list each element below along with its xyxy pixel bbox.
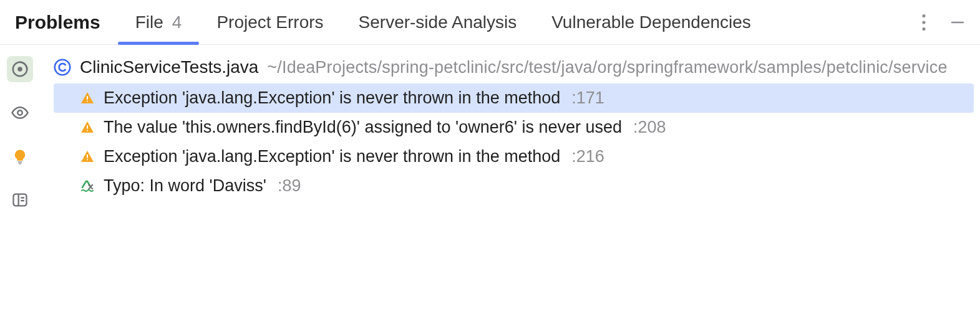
svg-rect-15 (87, 100, 88, 102)
issue-line: :216 (571, 147, 604, 166)
tab-server-analysis[interactable]: Server-side Analysis (341, 0, 535, 44)
problems-main: ClinicServiceTests.java ~/IdeaProjects/s… (0, 45, 980, 327)
tool-highlighting-eye[interactable] (7, 100, 33, 126)
tab-project-errors[interactable]: Project Errors (199, 0, 341, 44)
svg-point-5 (17, 67, 22, 72)
side-toolstrip (0, 45, 40, 327)
issue-row[interactable]: Typo: In word 'Daviss' :89 (54, 171, 974, 201)
target-icon (11, 60, 29, 78)
tool-intention-bulb[interactable] (7, 143, 33, 169)
tab-vulnerable-deps-label: Vulnerable Dependencies (551, 12, 751, 32)
svg-point-1 (922, 21, 925, 24)
tab-vulnerable-deps[interactable]: Vulnerable Dependencies (534, 0, 769, 44)
issue-row[interactable]: The value 'this.owners.findById(6)' assi… (54, 113, 974, 142)
issue-row[interactable]: Exception 'java.lang.Exception' is never… (54, 83, 974, 113)
eye-icon (11, 103, 29, 122)
warning-icon (80, 149, 95, 164)
issue-line: :89 (278, 176, 301, 196)
bulb-icon (11, 148, 29, 165)
problems-content: ClinicServiceTests.java ~/IdeaProjects/s… (40, 45, 980, 327)
warning-icon (80, 120, 95, 135)
svg-rect-18 (87, 154, 88, 158)
tabbar-right-controls (916, 14, 973, 31)
issue-line: :208 (633, 118, 666, 137)
svg-rect-19 (87, 159, 88, 160)
svg-rect-16 (87, 125, 88, 129)
problems-tabbar: Problems File 4 Project Errors Server-si… (0, 0, 980, 45)
svg-rect-8 (18, 163, 21, 164)
tab-file-count: 4 (172, 12, 182, 32)
tab-project-errors-label: Project Errors (216, 12, 323, 32)
issue-line: :171 (571, 88, 604, 108)
problems-title-label: Problems (15, 12, 100, 33)
svg-rect-17 (87, 130, 88, 131)
tab-file-label: File (135, 12, 163, 32)
warning-icon (80, 91, 95, 106)
tab-server-analysis-label: Server-side Analysis (359, 12, 517, 32)
file-path: ~/IdeaProjects/spring-petclinic/src/test… (267, 58, 947, 77)
tab-problems-title[interactable]: Problems (12, 0, 118, 44)
tool-inspections-target[interactable] (7, 56, 33, 82)
svg-point-2 (922, 27, 925, 30)
svg-point-13 (55, 60, 70, 75)
issue-message: The value 'this.owners.findById(6)' assi… (104, 118, 622, 137)
tabs-container: Problems File 4 Project Errors Server-si… (12, 0, 916, 44)
issue-message: Exception 'java.lang.Exception' is never… (104, 88, 560, 108)
minimize-icon[interactable] (950, 14, 965, 31)
file-header[interactable]: ClinicServiceTests.java ~/IdeaProjects/s… (54, 52, 974, 83)
panel-icon (11, 191, 29, 209)
svg-point-6 (17, 110, 22, 115)
tool-panel-toggle[interactable] (7, 187, 33, 213)
class-file-icon (54, 59, 71, 76)
more-options-icon[interactable] (916, 14, 931, 31)
file-name: ClinicServiceTests.java (80, 57, 258, 77)
typo-icon (80, 179, 95, 194)
svg-rect-14 (87, 96, 88, 100)
issue-message: Typo: In word 'Daviss' (104, 176, 266, 196)
svg-rect-9 (14, 194, 27, 206)
tab-file[interactable]: File 4 (118, 0, 200, 44)
svg-rect-7 (18, 161, 22, 163)
issue-message: Exception 'java.lang.Exception' is never… (104, 147, 560, 166)
svg-point-0 (922, 14, 925, 17)
issue-row[interactable]: Exception 'java.lang.Exception' is never… (54, 142, 974, 171)
